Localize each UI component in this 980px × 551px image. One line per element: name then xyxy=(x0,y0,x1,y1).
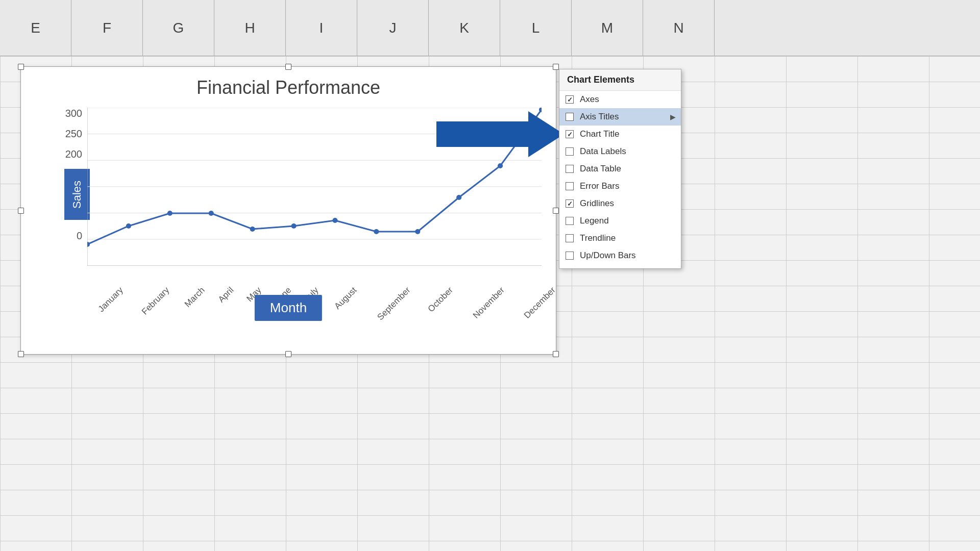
data-labels-checkbox[interactable] xyxy=(566,147,574,156)
ce-item-gridlines[interactable]: Gridlines xyxy=(559,195,681,212)
col-j: J xyxy=(357,0,429,56)
gridlines-label: Gridlines xyxy=(580,198,614,209)
x-label-mar: March xyxy=(183,285,207,310)
svg-marker-21 xyxy=(436,111,564,157)
y-label-200: 200 xyxy=(65,148,82,160)
svg-point-16 xyxy=(374,229,379,234)
ce-item-updown-bars[interactable]: Up/Down Bars xyxy=(559,247,681,264)
ce-item-axis-titles[interactable]: Axis Titles ▶ xyxy=(559,108,681,126)
svg-point-18 xyxy=(456,195,461,200)
x-label-sep: September xyxy=(376,285,413,322)
col-f: F xyxy=(71,0,143,56)
updown-bars-checkbox[interactable] xyxy=(566,252,574,260)
svg-point-17 xyxy=(415,229,420,234)
chart-title-checkbox[interactable] xyxy=(566,130,574,138)
handle-tr[interactable] xyxy=(553,64,559,70)
col-e: E xyxy=(0,0,71,56)
handle-tc[interactable] xyxy=(285,64,291,70)
handle-tl[interactable] xyxy=(18,64,24,70)
x-label-apr: April xyxy=(216,285,236,305)
col-m: M xyxy=(572,0,643,56)
legend-label: Legend xyxy=(580,216,609,226)
ce-item-error-bars[interactable]: Error Bars xyxy=(559,178,681,195)
svg-point-10 xyxy=(126,223,131,229)
x-label-aug: August xyxy=(333,285,359,312)
axis-titles-label: Axis Titles xyxy=(580,112,619,122)
svg-point-13 xyxy=(250,227,255,232)
ce-item-legend[interactable]: Legend xyxy=(559,212,681,230)
col-k: K xyxy=(429,0,500,56)
col-h: H xyxy=(214,0,286,56)
handle-ml[interactable] xyxy=(18,208,24,214)
svg-point-11 xyxy=(167,211,173,216)
svg-point-12 xyxy=(209,211,214,216)
handle-mr[interactable] xyxy=(553,208,559,214)
col-l: L xyxy=(500,0,572,56)
col-i: I xyxy=(286,0,357,56)
axis-titles-checkbox[interactable] xyxy=(566,113,574,121)
ce-item-chart-title[interactable]: Chart Title xyxy=(559,126,681,143)
x-label-nov: November xyxy=(471,285,507,321)
column-headers: E F G H I J K L M N xyxy=(0,0,980,56)
handle-bl[interactable] xyxy=(18,351,24,357)
data-table-label: Data Table xyxy=(580,164,621,174)
chart-elements-panel: Chart Elements Axes Axis Titles ▶ Chart … xyxy=(559,69,681,269)
updown-bars-label: Up/Down Bars xyxy=(580,251,636,261)
col-g: G xyxy=(143,0,214,56)
x-label-jan: January xyxy=(96,285,126,314)
legend-checkbox[interactable] xyxy=(566,217,574,225)
x-label-oct: October xyxy=(426,285,455,314)
ce-item-data-labels[interactable]: Data Labels xyxy=(559,143,681,160)
svg-point-14 xyxy=(291,223,296,229)
chart-area[interactable]: Financial Performance 300 250 200 150 10… xyxy=(20,66,556,355)
error-bars-label: Error Bars xyxy=(580,181,619,191)
svg-point-19 xyxy=(498,163,503,168)
col-n: N xyxy=(643,0,715,56)
y-label-250: 250 xyxy=(65,128,82,140)
error-bars-checkbox[interactable] xyxy=(566,182,574,190)
gridlines-checkbox[interactable] xyxy=(566,199,574,208)
spreadsheet: E F G H I J K L M N Financial Performanc… xyxy=(0,0,980,551)
x-label-dec: December xyxy=(522,285,558,321)
trendline-checkbox[interactable] xyxy=(566,234,574,242)
axis-titles-arrow-icon: ▶ xyxy=(670,113,676,121)
x-axis-labels: January February March April May June Ju… xyxy=(87,239,551,295)
month-label: Month xyxy=(255,295,322,321)
trendline-label: Trendline xyxy=(580,233,616,243)
chart-title-label: Chart Title xyxy=(580,129,619,139)
data-table-checkbox[interactable] xyxy=(566,165,574,173)
handle-bc[interactable] xyxy=(285,351,291,357)
data-labels-label: Data Labels xyxy=(580,146,626,157)
axes-checkbox[interactable] xyxy=(566,95,574,104)
axes-label: Axes xyxy=(580,94,599,105)
chart-elements-header: Chart Elements xyxy=(559,69,681,91)
blue-arrow xyxy=(436,111,564,157)
ce-item-data-table[interactable]: Data Table xyxy=(559,160,681,178)
ce-item-axes[interactable]: Axes xyxy=(559,91,681,108)
sales-label: Sales xyxy=(64,169,90,220)
x-label-feb: February xyxy=(140,285,172,317)
handle-br[interactable] xyxy=(553,351,559,357)
y-label-0: 0 xyxy=(77,230,82,242)
y-label-300: 300 xyxy=(65,108,82,119)
ce-item-trendline[interactable]: Trendline xyxy=(559,230,681,247)
svg-point-15 xyxy=(332,218,337,223)
chart-title: Financial Performance xyxy=(21,77,556,98)
